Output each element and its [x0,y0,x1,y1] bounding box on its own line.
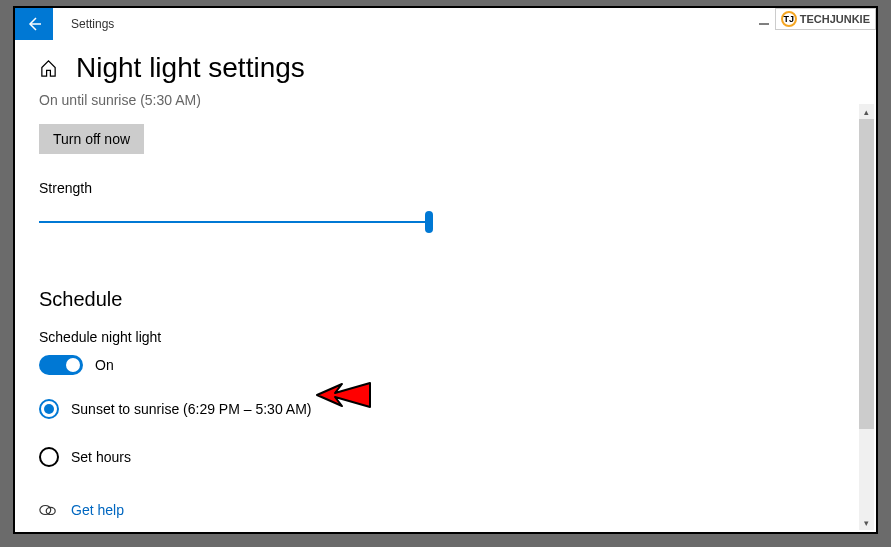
strength-label: Strength [39,180,852,196]
slider-fill [39,221,429,223]
scrollbar[interactable]: ▴ ▾ [859,104,874,530]
schedule-toggle-label: Schedule night light [39,329,852,345]
watermark-text: TECHJUNKIE [800,13,870,25]
status-text: On until sunrise (5:30 AM) [39,92,852,108]
radio-set-hours[interactable] [39,447,59,467]
watermark-badge: TJ TECHJUNKIE [775,8,876,30]
back-arrow-icon [26,16,42,32]
radio-sunset-sunrise[interactable] [39,399,59,419]
toggle-knob [66,358,80,372]
scroll-thumb[interactable] [859,119,874,429]
toggle-state-text: On [95,357,114,373]
home-icon[interactable] [39,59,58,78]
app-name: Settings [71,17,114,31]
back-button[interactable] [15,8,53,40]
get-help-link[interactable]: Get help [71,502,124,518]
titlebar: Settings [15,8,876,40]
svg-point-4 [40,506,51,515]
page-title: Night light settings [76,52,305,84]
techjunkie-logo-icon: TJ [781,11,797,27]
schedule-section-title: Schedule [39,288,852,311]
radio-dot [44,404,54,414]
slider-thumb[interactable] [425,211,433,233]
minimize-icon [759,19,769,29]
scroll-down-icon[interactable]: ▾ [859,515,874,530]
help-icon [39,501,57,519]
radio-sunset-label: Sunset to sunrise (6:29 PM – 5:30 AM) [71,401,311,417]
turn-off-button[interactable]: Turn off now [39,124,144,154]
scroll-up-icon[interactable]: ▴ [859,104,874,119]
radio-set-hours-label: Set hours [71,449,131,465]
strength-slider[interactable] [39,210,429,234]
schedule-toggle[interactable] [39,355,83,375]
